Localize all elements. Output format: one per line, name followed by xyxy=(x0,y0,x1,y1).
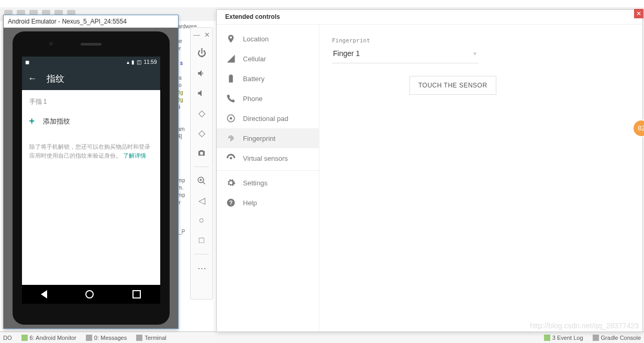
android-navbar[interactable] xyxy=(22,285,160,304)
gradle-console-tab[interactable]: Gradle Console xyxy=(593,335,641,341)
app-content: 手指 1 + 添加指纹 除了将手机解锁，您还可以在购买物品时和登录应用时使用自己… xyxy=(22,90,160,285)
event-log-tab[interactable]: 3 Event Log xyxy=(544,335,583,341)
zoom-icon[interactable] xyxy=(194,172,209,189)
svg-point-1 xyxy=(230,117,232,120)
chevron-down-icon: ▼ xyxy=(472,51,478,57)
rotate-left-icon[interactable]: ◇ xyxy=(194,105,209,121)
app-bar: ← 指纹 xyxy=(22,67,160,90)
svg-text:?: ? xyxy=(229,200,232,206)
sensors-icon xyxy=(226,153,236,163)
emulator-sidebar: — ✕ ⏻ ◇ ◇ ◁ ○ □ ⋯ xyxy=(190,27,213,300)
messages-tab[interactable]: 0: Messages xyxy=(86,335,127,341)
emulator-window: Android Emulator - Nexus_5_API_24:5554 ◼… xyxy=(3,15,179,329)
extended-controls-title: Extended controls xyxy=(217,10,642,25)
extended-nav: Location Cellular Battery Phone Directio… xyxy=(217,25,319,331)
cellular-icon xyxy=(226,54,236,63)
minimize-icon[interactable]: — xyxy=(193,31,200,39)
gear-icon xyxy=(226,178,236,187)
status-bar: ◼▴▮◫11:59 xyxy=(22,57,160,67)
home-button-icon[interactable]: ○ xyxy=(194,212,209,229)
overview-button-icon[interactable]: □ xyxy=(194,232,209,249)
help-icon: ? xyxy=(226,198,236,207)
phone-screen[interactable]: ◼▴▮◫11:59 ← 指纹 手指 1 + 添加指纹 除了将手机解锁，您还可以在… xyxy=(22,57,160,304)
close-icon[interactable]: ✕ xyxy=(634,9,643,18)
extended-controls-window: ✕ Extended controls Location Cellular Ba… xyxy=(216,9,643,332)
camera-icon[interactable] xyxy=(194,145,209,161)
terminal-tab[interactable]: Terminal xyxy=(136,335,166,341)
android-monitor-tab[interactable]: 6: Android Monitor xyxy=(21,335,76,341)
rotate-right-icon[interactable]: ◇ xyxy=(194,125,209,141)
add-fingerprint-row[interactable]: + 添加指纹 xyxy=(29,116,153,127)
app-title: 指纹 xyxy=(47,73,64,85)
nav-help[interactable]: ?Help xyxy=(217,193,319,213)
dpad-icon xyxy=(226,114,236,123)
location-icon xyxy=(226,34,236,43)
nav-settings[interactable]: Settings xyxy=(217,173,319,193)
nav-home-icon[interactable] xyxy=(85,290,94,298)
plus-icon: + xyxy=(29,116,35,127)
learn-more-link[interactable]: 了解详情 xyxy=(123,152,146,159)
fingerprint-field-label: Fingerprint xyxy=(332,37,630,44)
nav-location[interactable]: Location xyxy=(217,29,319,49)
back-button-icon[interactable]: ◁ xyxy=(194,192,209,209)
nav-fingerprint[interactable]: Fingerprint xyxy=(217,128,319,148)
extended-main: Fingerprint Finger 1 ▼ TOUCH THE SENSOR xyxy=(319,25,642,331)
nav-battery[interactable]: Battery xyxy=(217,69,319,88)
emulator-titlebar[interactable]: Android Emulator - Nexus_5_API_24:5554 xyxy=(4,15,178,28)
ide-bottom-bar[interactable]: DO 6: Android Monitor 0: Messages Termin… xyxy=(0,331,644,343)
volume-down-icon[interactable] xyxy=(194,85,209,102)
fingerprint-icon xyxy=(226,134,236,143)
tip-text: 除了将手机解锁，您还可以在购买物品时和登录应用时使用自己的指纹来验证身份。 了解… xyxy=(29,142,153,160)
phone-frame: ◼▴▮◫11:59 ← 指纹 手指 1 + 添加指纹 除了将手机解锁，您还可以在… xyxy=(13,31,170,325)
nav-dpad[interactable]: Directional pad xyxy=(217,108,319,128)
todo-tab[interactable]: DO xyxy=(3,335,12,341)
nav-recents-icon[interactable] xyxy=(132,290,141,298)
battery-icon xyxy=(226,74,236,83)
nav-phone[interactable]: Phone xyxy=(217,88,319,108)
volume-up-icon[interactable] xyxy=(194,65,209,82)
svg-point-2 xyxy=(230,157,232,160)
fingerprint-select[interactable]: Finger 1 ▼ xyxy=(332,47,479,63)
more-icon[interactable]: ⋯ xyxy=(194,260,209,276)
back-icon[interactable]: ← xyxy=(28,73,37,84)
fingerprint-selected-value: Finger 1 xyxy=(333,49,360,58)
phone-icon xyxy=(226,94,236,103)
nav-virtual-sensors[interactable]: Virtual sensors xyxy=(217,148,319,168)
finger-label: 手指 1 xyxy=(29,97,153,106)
nav-back-icon[interactable] xyxy=(41,290,47,298)
touch-sensor-button[interactable]: TOUCH THE SENSOR xyxy=(409,76,496,95)
close-icon[interactable]: ✕ xyxy=(204,31,210,39)
add-fingerprint-label: 添加指纹 xyxy=(43,117,70,126)
nav-cellular[interactable]: Cellular xyxy=(217,49,319,69)
power-icon[interactable]: ⏻ xyxy=(194,45,209,62)
